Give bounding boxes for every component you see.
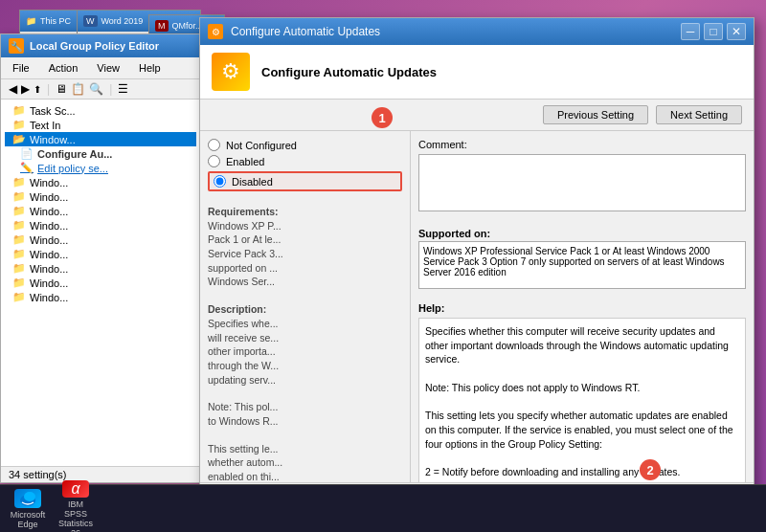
- tree-item-w6[interactable]: 📁 Windo...: [5, 247, 196, 261]
- edge-svg: [18, 489, 37, 508]
- tree-item-w8[interactable]: 📁 Windo...: [5, 276, 196, 290]
- tree-item-w5[interactable]: 📁 Windo...: [5, 233, 196, 247]
- edge-icon-label: Microsoft Edge: [8, 510, 48, 529]
- prev-setting-button[interactable]: Previous Setting: [543, 105, 648, 124]
- minimize-button[interactable]: ─: [681, 23, 700, 40]
- toolbar-icon-1[interactable]: 🖥: [56, 82, 67, 96]
- toolbar-filter[interactable]: ☰: [118, 82, 128, 96]
- dialog-header: ⚙ Configure Automatic Updates: [200, 45, 754, 100]
- dialog-icon: ⚙: [208, 24, 223, 39]
- dialog-nav: Previous Setting Next Setting: [200, 100, 754, 131]
- gpe-window: 🔧 Local Group Policy Editor File Action …: [0, 33, 201, 483]
- tree-label-w5: Windo...: [30, 234, 68, 246]
- spss-alpha-symbol: α: [71, 480, 79, 498]
- tree-item-w2[interactable]: 📁 Windo...: [5, 189, 196, 204]
- dialog-header-icon: ⚙: [212, 53, 250, 91]
- titlebar-buttons: ─ □ ✕: [681, 23, 746, 40]
- tree-icon-w4: 📁: [12, 219, 26, 232]
- toolbar-icon-3[interactable]: 🔍: [89, 82, 103, 96]
- tree-label-w9: Windo...: [30, 292, 68, 303]
- menu-help[interactable]: Help: [135, 60, 165, 76]
- radio-enabled-input[interactable]: [208, 155, 220, 167]
- maximize-button[interactable]: □: [704, 23, 723, 40]
- requirements-text: Requirements: Windows XP P... Pack 1 or …: [208, 205, 402, 289]
- toolbar-icon-2[interactable]: 📋: [71, 82, 85, 96]
- next-setting-button[interactable]: Next Setting: [656, 105, 742, 124]
- menu-file[interactable]: File: [9, 60, 34, 76]
- taskbar-spss-icon[interactable]: α IBM SPSS Statistics 26: [56, 489, 96, 529]
- tree-label-window-sel: Window...: [30, 134, 76, 145]
- gpe-window-title: Local Group Policy Editor: [30, 40, 159, 52]
- dialog-content: Not Configured Enabled Disabled Requirem…: [200, 131, 754, 521]
- supported-section: Supported on: Windows XP Professional Se…: [418, 228, 746, 289]
- menu-action[interactable]: Action: [45, 60, 82, 76]
- taskbar-edge-icon[interactable]: Microsoft Edge: [8, 489, 48, 529]
- close-button[interactable]: ✕: [727, 23, 746, 40]
- bg-window-label-3: QMfor...: [172, 21, 203, 31]
- spss-icon-img: α: [62, 480, 89, 498]
- note-text: Note: This pol... to Windows R...: [208, 400, 402, 428]
- toolbar-back[interactable]: ◀: [9, 82, 17, 96]
- dialog-header-title: Configure Automatic Updates: [261, 65, 437, 79]
- toolbar-forward[interactable]: ▶: [21, 82, 30, 96]
- tree-icon-textin: 📁: [12, 119, 26, 131]
- radio-enabled[interactable]: Enabled: [208, 155, 402, 167]
- tree-label-w3: Windo...: [30, 206, 68, 217]
- radio-not-configured-input[interactable]: [208, 139, 220, 151]
- bg-window-title-1: 📁: [26, 16, 36, 26]
- tree-item-w1[interactable]: 📁 Windo...: [5, 175, 196, 189]
- tree-label-w8: Windo...: [30, 277, 68, 289]
- spss-icon-label: IBM SPSS Statistics 26: [56, 499, 96, 533]
- tree-label-textin: Text In: [30, 120, 60, 131]
- tree-item-textin[interactable]: 📁 Text In: [5, 118, 196, 132]
- dialog-left-panel: Not Configured Enabled Disabled Requirem…: [200, 131, 411, 521]
- svg-point-1: [24, 492, 35, 501]
- tree-icon-w2: 📁: [12, 190, 26, 203]
- tree-icon-w7: 📁: [12, 262, 26, 275]
- tree-icon-task: 📁: [12, 104, 26, 117]
- tree-label-edit: Edit policy se...: [37, 163, 108, 174]
- tree-item-w3[interactable]: 📁 Windo...: [5, 204, 196, 218]
- radio-disabled-label: Disabled: [232, 176, 273, 188]
- dialog-right-panel: Comment: Supported on: Windows XP Profes…: [411, 131, 754, 521]
- radio-disabled[interactable]: Disabled: [208, 171, 402, 191]
- marker-2: 2: [640, 459, 661, 480]
- tree-label-w1: Windo...: [30, 177, 68, 188]
- bg-window-label-1: This PC: [40, 16, 71, 26]
- tree-item-configure[interactable]: 📄 Configure Au...: [5, 146, 196, 161]
- dialog-titlebar: ⚙ Configure Automatic Updates ─ □ ✕: [200, 18, 754, 45]
- tree-icon-configure: 📄: [20, 147, 34, 160]
- tree-item-w4[interactable]: 📁 Windo...: [5, 218, 196, 233]
- tree-item-w7[interactable]: 📁 Windo...: [5, 261, 196, 276]
- gpe-status-bar: 34 setting(s): [1, 466, 200, 482]
- supported-text: Windows XP Professional Service Pack 1 o…: [418, 241, 746, 289]
- tree-icon-w5: 📁: [12, 233, 26, 246]
- tree-icon-w6: 📁: [12, 248, 26, 260]
- supported-label: Supported on:: [418, 228, 746, 239]
- tree-label-w4: Windo...: [30, 220, 68, 232]
- tree-item-edit[interactable]: ✏️ Edit policy se...: [5, 161, 196, 175]
- gpe-menu: File Action View Help: [1, 57, 200, 79]
- gpe-window-icon: 🔧: [9, 38, 24, 54]
- radio-disabled-input[interactable]: [214, 175, 226, 188]
- gpe-titlebar: 🔧 Local Group Policy Editor: [1, 34, 200, 57]
- comment-textarea[interactable]: [418, 154, 746, 211]
- setting-text: This setting le... whether autom... enab…: [208, 442, 402, 484]
- toolbar-separator-2: |: [109, 82, 112, 96]
- help-label: Help:: [418, 302, 746, 314]
- radio-not-configured[interactable]: Not Configured: [208, 139, 402, 151]
- toolbar-up[interactable]: ⬆: [34, 84, 41, 95]
- tree-item-window-selected[interactable]: 📂 Window...: [5, 132, 196, 146]
- gpe-status-text: 34 setting(s): [9, 469, 67, 480]
- dialog-title: Configure Automatic Updates: [231, 25, 681, 38]
- bg-window-icon-3: M: [155, 20, 169, 32]
- tree-label-w6: Windo...: [30, 249, 68, 260]
- tree-item-w9[interactable]: 📁 Windo...: [5, 290, 196, 304]
- marker-1: 1: [372, 107, 393, 128]
- tree-icon-w9: 📁: [12, 291, 26, 303]
- edge-icon-img: [14, 489, 41, 508]
- menu-view[interactable]: View: [93, 60, 124, 76]
- tree-label-w7: Windo...: [30, 263, 68, 275]
- tree-item-task[interactable]: 📁 Task Sc...: [5, 103, 196, 118]
- taskbar: Microsoft Edge α IBM SPSS Statistics 26: [0, 484, 766, 532]
